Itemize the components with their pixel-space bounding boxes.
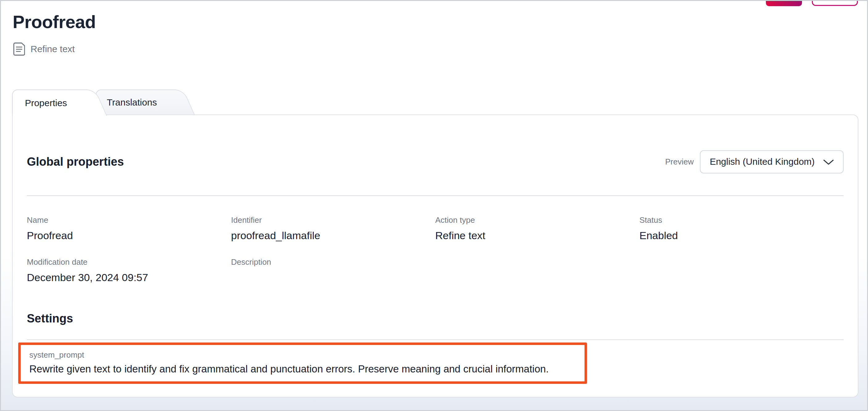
properties-panel: Global properties Preview English (Unite… [12,115,859,398]
field-value: proofread_llamafile [231,229,435,242]
page-subtitle-label: Refine text [31,44,75,54]
system-prompt-label: system_prompt [29,350,575,360]
language-select-value: English (United Kingdom) [710,156,815,167]
chevron-down-icon [823,158,834,165]
field-value: Proofread [27,229,231,242]
field-action-type: Action type Refine text [435,215,640,242]
field-value: Enabled [640,229,844,242]
system-prompt-value: Rewrite given text to identify and fix g… [29,362,575,376]
tab-properties-label: Properties [25,98,67,108]
tab-bar: Properties Translations [12,89,167,116]
document-text-icon [13,42,25,56]
field-label: Identifier [231,215,435,225]
field-label: Status [640,215,844,225]
field-identifier: Identifier proofread_llamafile [231,215,435,242]
global-properties-heading: Global properties [27,155,124,169]
field-status: Status Enabled [640,215,844,242]
field-label: Modification date [27,257,231,267]
divider [27,340,844,340]
field-label: Action type [435,215,640,225]
system-prompt-highlight-box: system_prompt Rewrite given text to iden… [18,343,587,384]
language-select[interactable]: English (United Kingdom) [700,150,844,173]
page: Proofread Refine text Properties Transla… [0,0,868,411]
global-properties-header-row: Global properties Preview English (Unite… [27,150,844,174]
global-properties-fields: Name Proofread Identifier proofread_llam… [27,215,844,284]
secondary-action-button-cutoff[interactable] [812,0,858,6]
field-modification-date: Modification date December 30, 2024 09:5… [27,257,231,284]
divider [27,195,844,196]
field-name: Name Proofread [27,215,231,242]
tab-translations-label: Translations [107,97,157,108]
preview-label: Preview [665,157,694,167]
settings-heading: Settings [27,312,844,325]
tab-translations[interactable]: Translations [96,89,167,115]
field-value: December 30, 2024 09:57 [27,271,231,284]
primary-action-button-cutoff[interactable] [766,0,802,6]
page-title: Proofread [13,11,96,32]
preview-language-group: Preview English (United Kingdom) [665,150,844,173]
field-value: Refine text [435,229,640,242]
field-label: Description [231,257,435,267]
field-description: Description [231,257,435,284]
field-label: Name [27,215,231,225]
page-subtitle: Refine text [13,42,75,56]
tab-properties[interactable]: Properties [12,89,79,116]
